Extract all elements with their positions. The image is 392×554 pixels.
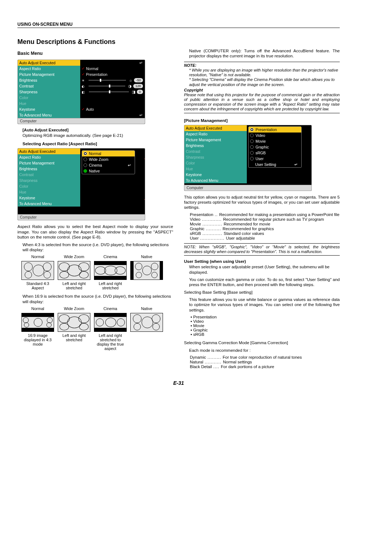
menu-item-disabled: Sharpness: [18, 178, 80, 183]
page-title: Menu Descriptions & Functions: [17, 38, 173, 46]
list-def: For dark portions of a picture: [221, 364, 340, 369]
list-def: Recommended for regular picture such as …: [223, 217, 340, 221]
radio-icon: [250, 134, 254, 137]
list-term: Movie: [190, 222, 201, 226]
menu-item: Keystone: [18, 195, 80, 201]
menu-footer: Computer: [18, 118, 145, 124]
menu-item: Brightness: [18, 77, 80, 83]
copyright-label: Copyright: [184, 88, 203, 92]
picture-management-heading: [Picture Management]: [184, 118, 340, 123]
native-text: Native (COMPUTER only): Turns off the Ad…: [189, 48, 340, 59]
right-column: Native (COMPUTER only): Turns off the Ad…: [184, 34, 340, 369]
aspect-submenu: Normal Wide Zoom Cinema↵ Native: [82, 150, 135, 174]
menu-value: Normal: [86, 66, 98, 72]
menu-item: Brightness: [18, 166, 80, 172]
aspect-labels-top: NormalWide ZoomCinemaNative: [21, 254, 173, 259]
basic-menu-heading: Basic Menu: [17, 51, 173, 56]
slider: [89, 80, 126, 81]
aspect-labels-bottom: Standard 4:3 AspectLeft and right stretc…: [21, 281, 173, 290]
list-def: User adjustable: [226, 236, 340, 240]
check-icon: ✓: [82, 72, 85, 77]
sharpness-icon: [82, 89, 86, 95]
aspect-ratio-heading: Selecting Aspect Ratio [Aspect Ratio]: [23, 142, 173, 146]
menu-item-disabled: Color: [18, 95, 80, 101]
value-pill: 128: [133, 84, 143, 88]
menu-item: Sharpness: [18, 89, 80, 95]
pm-submenu: Presentation Video Movie Graphic sRGB Us…: [248, 126, 302, 168]
menu-item: Brightness: [184, 143, 247, 148]
note-block: NOTE: * While you are displaying an imag…: [184, 62, 340, 113]
section-header: USING ON-SCREEN MENU: [17, 22, 340, 28]
base-setting-text: This feature allows you to use white bal…: [189, 297, 340, 313]
pm-description: This option allows you to adjust neutral…: [184, 195, 340, 210]
check-icon: ✓: [82, 66, 85, 72]
list-term: Presentation: [190, 212, 213, 217]
submenu-item: Native: [89, 168, 100, 174]
menu-item-disabled: Contrast: [184, 148, 247, 154]
menu-item-disabled: Color: [184, 160, 247, 166]
radio-on-icon: [250, 128, 254, 131]
list-term: Natural: [190, 360, 203, 364]
aspect-diagrams-43: [21, 260, 173, 281]
list-term: Graphic: [190, 227, 204, 231]
base-setting-list: Presentation Video Movie Graphic sRGB: [191, 315, 340, 337]
list-def: Recommended for movie: [224, 222, 340, 226]
menu-item: Picture Management: [184, 137, 247, 143]
menu-item: To Advanced Menu: [184, 178, 247, 183]
contrast-icon: [82, 83, 86, 89]
menu-footer: Computer: [184, 185, 311, 191]
menu-item: Aspect Ratio: [184, 131, 247, 137]
value-pill: 0: [137, 90, 143, 94]
triangle-icon: ◀: [144, 197, 145, 201]
menu-item-disabled: Sharpness: [184, 154, 247, 160]
note-text: NOTE: When "sRGB", "Graphic", "Video" or…: [184, 245, 340, 254]
list-def: Standard color values: [224, 231, 340, 236]
menu-item-disabled: Contrast: [18, 172, 80, 178]
base-setting-heading: Selecting Base Setting [Base setting]: [184, 290, 340, 295]
radio-icon: [83, 169, 87, 173]
enter-icon: ↵: [294, 162, 298, 167]
enter-icon: ↵: [128, 162, 131, 168]
aspect-labels-top-169: NormalWide ZoomCinemaNative: [21, 306, 173, 311]
triangle-icon: ◀: [144, 156, 145, 160]
list-term: User: [190, 236, 199, 240]
enter-icon: ↵: [139, 112, 143, 118]
user-setting-heading: User Setting (when using User): [184, 259, 340, 264]
menu-item: Aspect Ratio: [18, 154, 80, 160]
submenu-item: Movie: [256, 138, 266, 144]
radio-icon: [83, 163, 87, 167]
sun-icon: ☼: [129, 77, 132, 83]
auto-adjust-text: Optimizing RGB image automatically. (See…: [23, 133, 173, 138]
list-def: Recommended for making a presentation us…: [219, 212, 340, 217]
enter-icon: ↵: [139, 60, 143, 66]
aspect-menu-screenshot: Auto Adjust Executed Aspect Ratio Pictur…: [17, 148, 145, 220]
menu-item: Auto Adjust Executed: [18, 148, 80, 154]
list-term: Black Detail: [190, 364, 212, 369]
list-def: For true color reproduction of natural t…: [223, 355, 340, 359]
submenu-item: sRGB: [256, 150, 266, 156]
note-text: * Selecting "Cinema" will display the Ci…: [189, 77, 340, 87]
submenu-item: Normal: [89, 151, 101, 156]
menu-item: Contrast: [18, 83, 80, 89]
menu-item: Keystone: [184, 172, 247, 178]
box-icon: ◨: [132, 89, 135, 95]
menu-value: Presentation: [86, 72, 107, 77]
pm-note-real: NOTE: When "sRGB", "Graphic", "Video" or…: [184, 243, 340, 256]
menu-value: Auto: [86, 106, 94, 112]
note-text: * While you are displaying an image with…: [189, 68, 340, 77]
radio-icon: [250, 157, 254, 160]
menu-item-disabled: Hue: [184, 166, 247, 172]
submenu-item: User: [256, 156, 264, 162]
menu-item: Auto Adjust Executed: [184, 125, 247, 131]
brightness-icon: [82, 77, 86, 83]
list-term: Video: [190, 217, 200, 221]
note-label: NOTE:: [184, 63, 196, 68]
submenu-item: Graphic: [256, 144, 269, 150]
basic-menu-screenshot: Auto Adjust Executed↵ Aspect Ratio✓Norma…: [17, 60, 145, 124]
radio-icon: [250, 151, 254, 155]
menu-item: Keystone: [18, 106, 80, 112]
slider: [89, 91, 129, 92]
pm-menu-screenshot: Auto Adjust Executed Aspect Ratio Pictur…: [184, 125, 312, 191]
when-169-text: When 16:9 is selected from the source (i…: [23, 294, 173, 304]
menu-item: Picture Management: [18, 160, 80, 166]
